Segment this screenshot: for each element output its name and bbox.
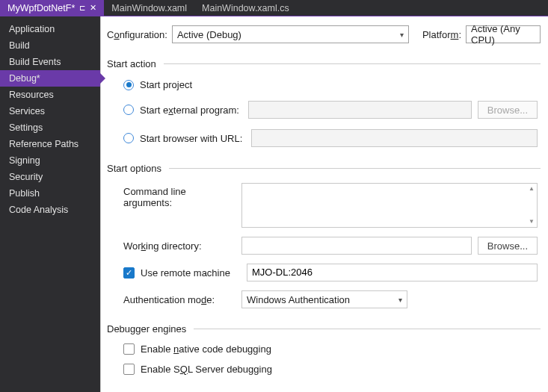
section-debugger-engines: Debugger engines bbox=[101, 317, 548, 337]
row-use-remote-machine[interactable]: Use remote machine MJO-DL:2046 bbox=[123, 259, 538, 286]
wd-label: Working directory: bbox=[123, 240, 235, 252]
tab-label: MainWindow.xaml bbox=[111, 3, 187, 13]
remote-label: Use remote machine bbox=[141, 267, 241, 279]
chevron-down-icon: ▾ bbox=[400, 31, 404, 39]
radio-label: Start project bbox=[140, 79, 192, 90]
tab-project-properties[interactable]: MyWpfDotNetF* ⊏ ✕ bbox=[0, 0, 104, 16]
checkbox-icon bbox=[123, 364, 135, 375]
checkbox-enable-sql-debug[interactable]: Enable SQL Server debugging bbox=[123, 359, 538, 379]
checkbox-enable-native-debug[interactable]: Enable native code debugging bbox=[123, 339, 538, 359]
checkbox-icon bbox=[123, 267, 135, 279]
remote-machine-input[interactable]: MJO-DL:2046 bbox=[247, 264, 538, 281]
radio-icon bbox=[123, 133, 134, 143]
sidebar-item-settings[interactable]: Settings bbox=[0, 119, 100, 136]
platform-dropdown[interactable]: Active (Any CPU) bbox=[466, 25, 541, 43]
row-auth-mode: Authentication mode: Windows Authenticat… bbox=[123, 286, 538, 313]
tab-label: MyWpfDotNetF* bbox=[7, 3, 75, 13]
radio-label: Start external program: bbox=[140, 105, 239, 116]
radio-start-project[interactable]: Start project bbox=[123, 74, 538, 96]
auth-mode-dropdown[interactable]: Windows Authentication ▾ bbox=[241, 290, 407, 308]
radio-start-browser-url[interactable]: Start browser with URL: bbox=[123, 124, 538, 152]
platform-value: Active (Any CPU) bbox=[471, 23, 535, 46]
radio-icon bbox=[123, 105, 134, 115]
close-icon[interactable]: ✕ bbox=[90, 3, 96, 13]
section-title: Start options bbox=[107, 163, 161, 174]
sidebar-item-debug[interactable]: Debug* bbox=[0, 70, 100, 87]
sidebar-item-reference-paths[interactable]: Reference Paths bbox=[0, 136, 100, 152]
section-start-action: Start action bbox=[101, 52, 548, 72]
row-command-line-args: Command line arguments: ▲ ▼ bbox=[123, 178, 538, 232]
sidebar-item-build[interactable]: Build bbox=[0, 37, 100, 54]
section-start-options: Start options bbox=[101, 157, 548, 177]
radio-label: Start browser with URL: bbox=[140, 133, 242, 144]
browse-external-button[interactable]: Browse... bbox=[478, 101, 538, 119]
divider bbox=[164, 63, 541, 64]
platform-label: Platform: bbox=[422, 29, 461, 40]
sidebar-item-build-events[interactable]: Build Events bbox=[0, 54, 100, 70]
browse-working-dir-button[interactable]: Browse... bbox=[478, 237, 538, 255]
tab-label: MainWindow.xaml.cs bbox=[202, 3, 289, 13]
configuration-value: Active (Debug) bbox=[177, 29, 241, 40]
checkbox-label: Enable native code debugging bbox=[141, 343, 271, 355]
sidebar-item-resources[interactable]: Resources bbox=[0, 87, 100, 103]
sidebar-item-publish[interactable]: Publish bbox=[0, 185, 100, 202]
debug-properties-page: Configuration: Active (Debug) ▾ Platform… bbox=[100, 16, 548, 392]
cla-label: Command line arguments: bbox=[123, 183, 235, 208]
working-directory-input[interactable] bbox=[241, 237, 472, 255]
browser-url-input[interactable] bbox=[251, 129, 538, 147]
section-title: Start action bbox=[107, 58, 156, 69]
sidebar-item-code-analysis[interactable]: Code Analysis bbox=[0, 202, 100, 218]
external-program-input[interactable] bbox=[248, 101, 472, 119]
command-line-args-input[interactable]: ▲ ▼ bbox=[241, 183, 538, 228]
tab-mainwindow-xaml-cs[interactable]: MainWindow.xaml.cs bbox=[194, 0, 297, 16]
section-title: Debugger engines bbox=[107, 323, 186, 335]
divider bbox=[169, 168, 541, 169]
row-working-directory: Working directory: Browse... bbox=[123, 232, 538, 259]
document-tabs: MyWpfDotNetF* ⊏ ✕ MainWindow.xaml MainWi… bbox=[0, 0, 548, 16]
chevron-down-icon: ▾ bbox=[398, 296, 402, 304]
main-area: ApplicationBuildBuild EventsDebug*Resour… bbox=[0, 16, 548, 392]
auth-value: Windows Authentication bbox=[247, 294, 350, 305]
sidebar-item-services[interactable]: Services bbox=[0, 103, 100, 119]
config-row: Configuration: Active (Debug) ▾ Platform… bbox=[101, 25, 548, 52]
sidebar-item-signing[interactable]: Signing bbox=[0, 152, 100, 169]
configuration-dropdown[interactable]: Active (Debug) ▾ bbox=[172, 25, 409, 43]
properties-sidebar: ApplicationBuildBuild EventsDebug*Resour… bbox=[0, 16, 100, 392]
sidebar-item-security[interactable]: Security bbox=[0, 169, 100, 185]
scroll-up-icon[interactable]: ▲ bbox=[526, 184, 537, 194]
tab-mainwindow-xaml[interactable]: MainWindow.xaml bbox=[104, 0, 194, 16]
sidebar-item-application[interactable]: Application bbox=[0, 21, 100, 37]
radio-icon bbox=[123, 80, 134, 90]
radio-start-external[interactable]: Start external program: Browse... bbox=[123, 96, 538, 124]
scroll-down-icon[interactable]: ▼ bbox=[526, 217, 537, 227]
auth-label: Authentication mode: bbox=[123, 294, 235, 305]
configuration-label: Configuration: bbox=[107, 29, 167, 40]
divider bbox=[194, 329, 541, 329]
checkbox-icon bbox=[123, 343, 135, 355]
checkbox-label: Enable SQL Server debugging bbox=[141, 364, 272, 375]
pin-icon[interactable]: ⊏ bbox=[79, 4, 85, 12]
